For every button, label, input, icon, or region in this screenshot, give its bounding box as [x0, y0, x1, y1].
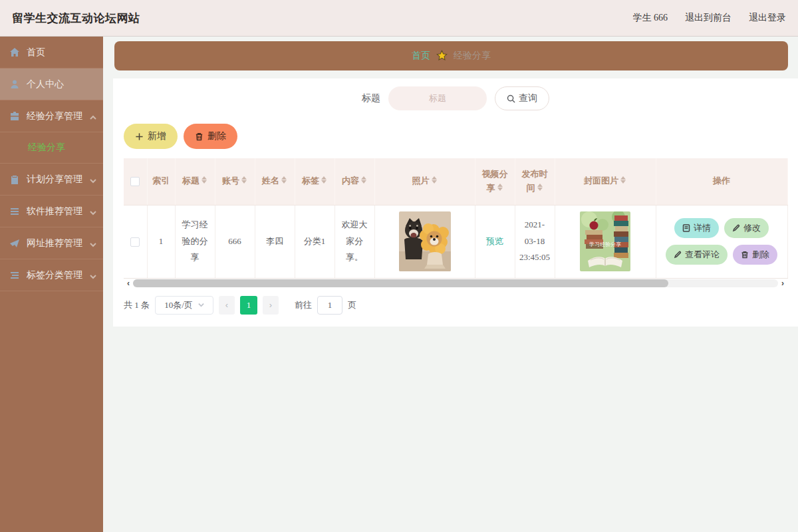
- books-cover-image: 学习经验分享: [580, 211, 630, 271]
- two-dogs-photo: [399, 211, 451, 271]
- sort-icon: [281, 176, 287, 184]
- document-icon: [682, 224, 690, 232]
- add-button[interactable]: 新增: [124, 124, 178, 149]
- top-header: 留学生交流互动论坛网站 学生 666 退出到前台 退出登录: [0, 0, 798, 37]
- sidebar-subitem-experience-share[interactable]: 经验分享: [0, 132, 103, 164]
- sidebar-item-website-mgmt[interactable]: 网址推荐管理: [0, 227, 103, 259]
- cell-publish-time: 2021-03-18 23:45:05: [515, 205, 555, 278]
- cell-photo: [374, 205, 475, 278]
- header-nav: 学生 666 退出到前台 退出登录: [633, 12, 787, 24]
- col-account-sort[interactable]: 账号: [215, 158, 255, 205]
- cell-video: 预览: [475, 205, 515, 278]
- trash-icon: [195, 132, 203, 141]
- cell-actions: 详情 修改 查看评论 删除: [656, 205, 787, 278]
- home-icon: [9, 47, 20, 58]
- search-input[interactable]: [388, 86, 487, 110]
- sidebar-item-label: 个人中心: [27, 78, 64, 90]
- scrollbar-track[interactable]: [133, 279, 778, 287]
- col-cover-sort[interactable]: 封面图片: [555, 158, 656, 205]
- scroll-left-icon[interactable]: ‹: [124, 279, 133, 288]
- cell-title: 学习经验的分享: [175, 205, 215, 278]
- select-all-checkbox[interactable]: [130, 177, 140, 186]
- table-row: 1 学习经验的分享 666 李四 分类1 欢迎大家分享。: [124, 205, 787, 278]
- col-title-sort[interactable]: 标题: [175, 158, 215, 205]
- detail-button[interactable]: 详情: [674, 218, 719, 238]
- total-count: 共 1 条: [124, 299, 150, 311]
- search-bar: 标题 查询: [124, 86, 787, 110]
- sidebar-item-tags-mgmt[interactable]: 标签分类管理: [0, 259, 103, 291]
- query-button[interactable]: 查询: [495, 86, 549, 110]
- sidebar-subitem-label: 经验分享: [28, 142, 65, 154]
- send-icon: [9, 238, 20, 249]
- sidebar-item-label: 标签分类管理: [27, 269, 82, 281]
- search-icon: [507, 94, 515, 103]
- page-size-select[interactable]: 10条/页: [155, 296, 213, 315]
- edit-button[interactable]: 修改: [724, 218, 769, 238]
- plus-icon: [135, 132, 144, 141]
- scroll-right-icon[interactable]: ›: [778, 279, 787, 288]
- row-checkbox[interactable]: [130, 237, 140, 247]
- sidebar-item-label: 经验分享管理: [27, 110, 82, 122]
- col-photo-sort[interactable]: 照片: [374, 158, 475, 205]
- table-header-row: 索引 标题 账号 姓名 标签 内容 照片 视频分享 发布时间 封面图片 操作: [124, 158, 787, 205]
- view-comments-button[interactable]: 查看评论: [666, 245, 728, 265]
- sidebar: 首页 个人中心 经验分享管理 经验分享 计划分享管理 软件推荐管理: [0, 37, 103, 532]
- col-video-sort[interactable]: 视频分享: [475, 158, 515, 205]
- app-title: 留学生交流互动论坛网站: [12, 11, 140, 26]
- sort-icon: [537, 183, 543, 192]
- sort-icon: [201, 176, 207, 184]
- cover-watermark-text: 学习经验分享: [589, 241, 621, 247]
- cell-index: 1: [147, 205, 175, 278]
- remove-button[interactable]: 删除: [733, 245, 777, 265]
- prev-page-button[interactable]: ‹: [219, 296, 235, 315]
- sidebar-item-label: 首页: [27, 47, 45, 59]
- chevron-down-icon: [90, 240, 96, 247]
- sidebar-item-label: 软件推荐管理: [27, 205, 82, 217]
- col-tag-sort[interactable]: 标签: [295, 158, 334, 205]
- chevron-down-icon: [198, 302, 204, 308]
- col-content-sort[interactable]: 内容: [334, 158, 374, 205]
- next-page-button[interactable]: ›: [263, 296, 279, 315]
- video-preview-link[interactable]: 预览: [486, 236, 503, 246]
- col-name-sort[interactable]: 姓名: [255, 158, 295, 205]
- exit-to-front-link[interactable]: 退出到前台: [685, 12, 732, 24]
- cell-name: 李四: [255, 205, 295, 278]
- col-index: 索引: [147, 158, 175, 205]
- logout-link[interactable]: 退出登录: [749, 12, 786, 24]
- scrollbar-thumb[interactable]: [133, 279, 668, 287]
- breadcrumb-home-link[interactable]: 首页: [412, 50, 430, 62]
- pagination: 共 1 条 10条/页 ‹ 1 › 前往 页: [124, 296, 787, 315]
- delete-button[interactable]: 删除: [184, 124, 237, 149]
- user-icon: [9, 79, 20, 90]
- data-table: 索引 标题 账号 姓名 标签 内容 照片 视频分享 发布时间 封面图片 操作 1: [124, 158, 788, 279]
- sidebar-item-home[interactable]: 首页: [0, 37, 103, 68]
- page-unit-label: 页: [348, 299, 356, 311]
- sidebar-item-plan-mgmt[interactable]: 计划分享管理: [0, 164, 103, 196]
- tags-icon: [9, 270, 20, 281]
- current-page-button[interactable]: 1: [240, 296, 257, 315]
- sidebar-item-label: 网址推荐管理: [27, 237, 82, 249]
- chevron-down-icon: [90, 208, 96, 215]
- cell-cover: 学习经验分享: [555, 205, 656, 278]
- sidebar-item-experience-mgmt[interactable]: 经验分享管理: [0, 100, 103, 132]
- sort-icon: [321, 176, 327, 184]
- sidebar-item-software-mgmt[interactable]: 软件推荐管理: [0, 196, 103, 227]
- briefcase-icon: [9, 111, 20, 122]
- content-panel: 标题 查询 新增 删除: [113, 78, 798, 327]
- toolbar: 新增 删除: [124, 124, 787, 149]
- pen-icon: [732, 224, 740, 232]
- cell-tag: 分类1: [295, 205, 334, 278]
- header-user[interactable]: 学生 666: [633, 12, 668, 24]
- goto-label: 前往: [295, 299, 312, 311]
- col-time-sort[interactable]: 发布时间: [515, 158, 555, 205]
- table-horizontal-scrollbar: ‹ ›: [124, 279, 787, 288]
- list-icon: [9, 206, 20, 217]
- sidebar-item-profile[interactable]: 个人中心: [0, 68, 103, 100]
- clipboard-icon: [9, 174, 20, 185]
- sort-icon: [241, 176, 247, 184]
- sidebar-item-label: 计划分享管理: [27, 174, 82, 186]
- sort-icon: [431, 176, 438, 184]
- goto-page-input[interactable]: [317, 296, 342, 315]
- chevron-up-icon: [90, 113, 96, 120]
- breadcrumb: 首页 经验分享: [114, 41, 788, 70]
